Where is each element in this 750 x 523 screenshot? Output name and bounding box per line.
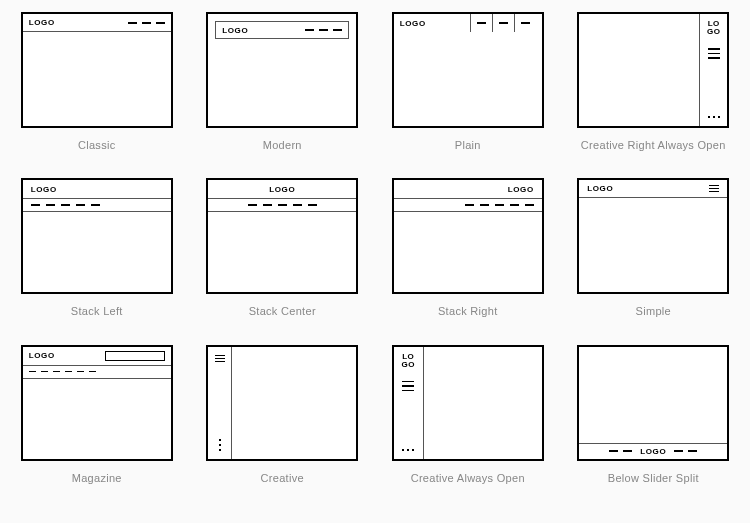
layout-option-stack-center[interactable]: LOGO Stack Center <box>204 178 362 318</box>
layout-option-stack-left[interactable]: LOGO Stack Left <box>18 178 176 318</box>
layout-option-classic[interactable]: LOGO Classic <box>18 12 176 152</box>
hamburger-icon <box>709 185 719 192</box>
logo-text: LOGO <box>640 447 666 456</box>
layout-option-stack-right[interactable]: LOGO Stack Right <box>389 178 547 318</box>
layout-label: Stack Left <box>71 304 123 318</box>
layout-label: Below Slider Split <box>608 471 699 485</box>
layout-option-simple[interactable]: LOGO Simple <box>575 178 733 318</box>
logo-text: LOGO <box>587 184 613 193</box>
layout-preview: LOGO <box>21 345 173 461</box>
layout-preview: LOGO <box>206 178 358 294</box>
search-box-icon <box>105 351 165 361</box>
nav-placeholder-icon <box>128 22 165 24</box>
layout-label: Plain <box>455 138 481 152</box>
menu-icon <box>708 48 720 59</box>
logo-text: LOGO <box>29 351 55 360</box>
layout-option-creative[interactable]: Creative <box>204 345 362 485</box>
nav-placeholder-icon <box>305 29 342 31</box>
layout-preview: LOGO <box>206 12 358 128</box>
nav-placeholder-icon <box>208 198 356 212</box>
layout-preview: LOGO <box>21 178 173 294</box>
layout-option-creative-always-open[interactable]: LO GO Creative Always Open <box>389 345 547 485</box>
layout-preview: LOGO <box>577 345 729 461</box>
hamburger-icon <box>215 355 225 362</box>
logo-text: LOGO <box>222 26 248 35</box>
layout-label: Modern <box>263 138 302 152</box>
layout-preview: LOGO <box>392 12 544 128</box>
layout-option-magazine[interactable]: LOGO Magazine <box>18 345 176 485</box>
dots-icon <box>402 449 414 451</box>
layout-label: Creative Right Always Open <box>581 138 726 152</box>
layout-label: Simple <box>636 304 671 318</box>
layout-preview: LO GO <box>392 345 544 461</box>
logo-text: LOGO <box>29 18 55 27</box>
layout-option-modern[interactable]: LOGO Modern <box>204 12 362 152</box>
layout-label: Magazine <box>72 471 122 485</box>
menu-icon <box>402 381 414 392</box>
logo-text: LO GO <box>402 353 415 369</box>
layout-preview: LO GO <box>577 12 729 128</box>
layout-preview <box>206 345 358 461</box>
layout-preview: LOGO <box>577 178 729 294</box>
logo-text: LO GO <box>707 20 720 36</box>
layout-option-plain[interactable]: LOGO Plain <box>389 12 547 152</box>
nav-placeholder-icon <box>674 450 697 452</box>
layout-label: Stack Center <box>249 304 316 318</box>
layout-label: Stack Right <box>438 304 498 318</box>
logo-text: LOGO <box>269 185 295 194</box>
layout-option-below-slider-split[interactable]: LOGO Below Slider Split <box>575 345 733 485</box>
layout-preview: LOGO <box>392 178 544 294</box>
layout-option-creative-right-always-open[interactable]: LO GO Creative Right Always Open <box>575 12 733 152</box>
header-layout-grid: LOGO Classic LOGO Modern LOGO <box>0 0 750 485</box>
logo-text: LOGO <box>31 185 57 194</box>
nav-placeholder-icon <box>394 198 542 212</box>
layout-label: Creative Always Open <box>411 471 525 485</box>
dots-icon <box>219 439 221 451</box>
nav-placeholder-icon <box>609 450 632 452</box>
nav-placeholder-icon <box>23 198 171 212</box>
layout-preview: LOGO <box>21 12 173 128</box>
layout-label: Creative <box>261 471 304 485</box>
layout-label: Classic <box>78 138 116 152</box>
logo-text: LOGO <box>508 185 534 194</box>
dots-icon <box>708 116 720 118</box>
nav-placeholder-icon <box>470 14 536 32</box>
logo-text: LOGO <box>400 19 426 28</box>
nav-placeholder-icon <box>23 365 171 379</box>
